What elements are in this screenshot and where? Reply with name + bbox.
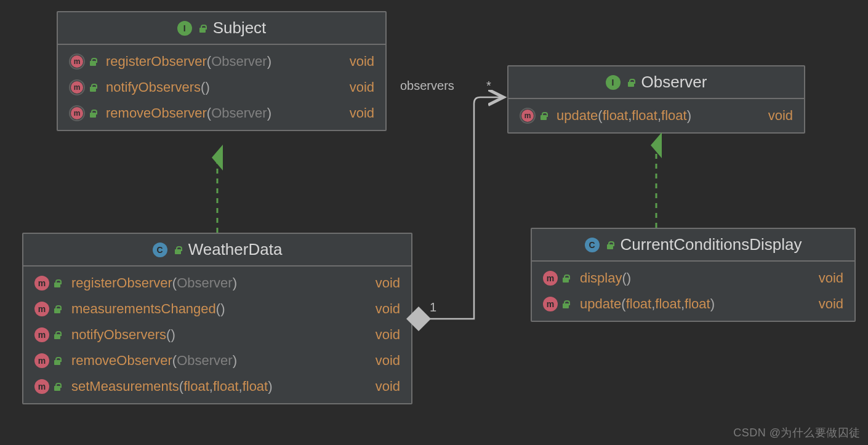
method-icon-stack: m <box>34 327 66 342</box>
method-name: measurementsChanged <box>71 301 216 317</box>
return-type: void <box>809 270 843 286</box>
uml-title-currentconditions: C CurrentConditionsDisplay <box>532 229 854 262</box>
interface-icon: I <box>606 75 621 90</box>
paren-open-icon: ( <box>621 296 625 312</box>
method-row: mupdate(float, float, float)void <box>532 291 854 317</box>
lock-open-icon <box>174 246 182 254</box>
method-icon-stack: m <box>543 271 575 286</box>
return-type: void <box>366 275 400 291</box>
lock-open-icon <box>627 78 635 87</box>
uml-title-weatherdata: C WeatherData <box>23 234 411 267</box>
method-name: registerObserver <box>71 275 172 291</box>
method-icon: m <box>34 379 49 394</box>
lock-open-icon <box>89 109 97 118</box>
param-type: Observer <box>177 353 232 369</box>
lock-open-icon <box>89 57 97 66</box>
method-signature: removeObserver(Observer) <box>106 105 335 121</box>
method-name: removeObserver <box>106 105 207 121</box>
paren-close-icon: ) <box>267 54 271 70</box>
paren-close-icon: ) <box>687 108 691 124</box>
method-row: mnotifyObservers()void <box>58 74 385 100</box>
paren-close-icon: ) <box>627 270 631 286</box>
lock-open-icon <box>53 331 62 339</box>
method-name: notifyObservers <box>106 79 201 95</box>
class-name: WeatherData <box>188 240 283 259</box>
method-icon: m <box>543 271 558 286</box>
param-type: float <box>603 108 629 124</box>
lock-open-icon <box>198 24 207 33</box>
param-type: Observer <box>211 105 267 121</box>
lock-open-icon <box>539 111 548 120</box>
lock-open-icon <box>53 356 62 365</box>
lock-open-icon <box>89 83 97 92</box>
watermark-text: CSDN @为什么要做囚徒 <box>733 425 861 440</box>
lock-open-icon <box>53 279 62 287</box>
class-name: Subject <box>213 18 267 38</box>
paren-close-icon: ) <box>233 353 237 369</box>
method-row: mnotifyObservers()void <box>23 322 411 348</box>
abstract-ring-icon: m <box>69 79 85 95</box>
lock-open-icon <box>53 382 62 391</box>
association-label: observers <box>400 79 454 93</box>
method-signature: setMeasurements(float, float, float) <box>71 379 361 395</box>
method-row: mregisterObserver(Observer)void <box>58 49 385 74</box>
method-icon-stack: m <box>34 379 66 394</box>
paren-open-icon: ( <box>207 54 211 70</box>
method-signature: registerObserver(Observer) <box>106 54 335 70</box>
method-signature: display() <box>580 270 804 286</box>
method-icon-stack: m <box>34 276 66 291</box>
uml-methods-observer: mupdate(float, float, float)void <box>508 99 804 132</box>
uml-box-weatherdata: C WeatherData mregisterObserver(Observer… <box>22 233 412 404</box>
paren-open-icon: ( <box>201 79 205 95</box>
paren-close-icon: ) <box>233 275 237 291</box>
param-type: float <box>243 379 268 395</box>
uml-methods-subject: mregisterObserver(Observer)voidmnotifyOb… <box>58 45 385 130</box>
param-type: float <box>661 108 687 124</box>
return-type: void <box>340 54 374 70</box>
return-type: void <box>366 353 400 369</box>
method-row: mdisplay()void <box>532 265 854 291</box>
return-type: void <box>758 108 793 124</box>
return-type: void <box>809 296 843 312</box>
method-name: removeObserver <box>71 353 172 369</box>
edge-association-observers <box>419 97 504 319</box>
param-type: float <box>626 296 652 312</box>
uml-box-subject: I Subject mregisterObserver(Observer)voi… <box>57 11 387 131</box>
param-type: Observer <box>177 275 232 291</box>
uml-methods-currentconditions: mdisplay()voidmupdate(float, float, floa… <box>532 262 854 321</box>
paren-close-icon: ) <box>171 327 175 343</box>
method-icon: m <box>34 353 49 368</box>
method-name: update <box>557 108 598 124</box>
paren-open-icon: ( <box>172 353 177 369</box>
method-row: mremoveObserver(Observer)void <box>58 100 385 126</box>
return-type: void <box>366 379 400 395</box>
method-icon-stack: m <box>520 108 552 124</box>
paren-open-icon: ( <box>172 275 177 291</box>
param-type: float <box>685 296 710 312</box>
method-signature: removeObserver(Observer) <box>71 353 361 369</box>
param-type: float <box>213 379 239 395</box>
paren-close-icon: ) <box>710 296 715 312</box>
method-icon-stack: m <box>34 302 66 316</box>
method-row: mremoveObserver(Observer)void <box>23 348 411 374</box>
method-icon: m <box>34 327 49 342</box>
uml-methods-weatherdata: mregisterObserver(Observer)voidmmeasurem… <box>23 267 411 403</box>
paren-open-icon: ( <box>216 301 220 317</box>
paren-close-icon: ) <box>268 379 272 395</box>
param-type: float <box>655 296 681 312</box>
lock-open-icon <box>606 241 614 249</box>
uml-title-subject: I Subject <box>58 12 385 45</box>
class-name: CurrentConditionsDisplay <box>621 235 802 254</box>
class-icon: C <box>153 243 167 257</box>
paren-close-icon: ) <box>220 301 225 317</box>
method-row: mmeasurementsChanged()void <box>23 296 411 322</box>
uml-title-observer: I Observer <box>508 66 804 99</box>
association-target-multiplicity: * <box>486 79 491 93</box>
association-source-multiplicity: 1 <box>430 300 436 315</box>
return-type: void <box>340 79 374 95</box>
method-icon-stack: m <box>543 297 575 311</box>
class-name: Observer <box>641 73 707 92</box>
paren-close-icon: ) <box>205 79 209 95</box>
param-type: float <box>632 108 657 124</box>
method-row: msetMeasurements(float, float, float)voi… <box>23 374 411 399</box>
